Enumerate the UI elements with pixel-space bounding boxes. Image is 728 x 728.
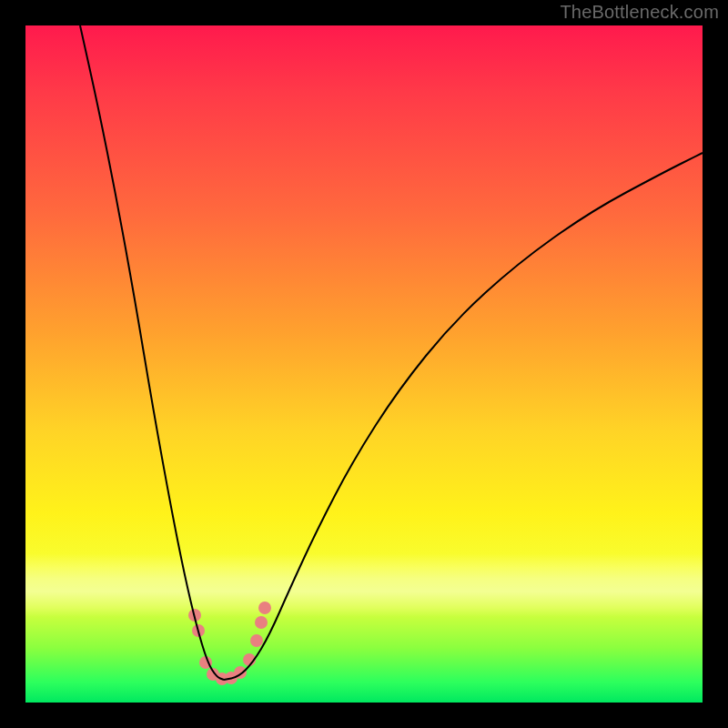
valley-dot — [250, 634, 263, 647]
watermark-text: TheBottleneck.com — [560, 2, 719, 23]
chart-frame: TheBottleneck.com — [0, 0, 728, 728]
valley-dot — [255, 616, 268, 629]
right-branch-curve — [224, 153, 703, 680]
valley-markers — [188, 602, 271, 685]
curves-svg — [25, 25, 703, 703]
left-branch-curve — [80, 25, 224, 680]
valley-dot — [258, 602, 271, 614]
